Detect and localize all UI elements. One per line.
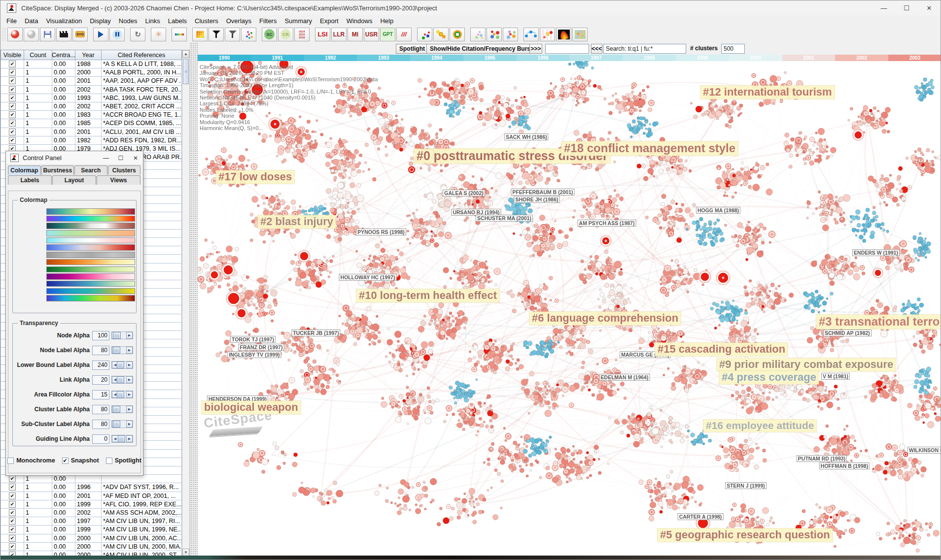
visible-checkbox[interactable]: ✔ [9, 501, 16, 508]
visible-checkbox[interactable]: ✔ [9, 95, 16, 101]
colormap-gradient-8[interactable] [46, 266, 135, 273]
slider-value-field[interactable]: 80 [92, 420, 109, 429]
slider-right-arrow-icon[interactable]: ▶ [126, 391, 133, 398]
slider-value-field[interactable]: 0 [92, 434, 109, 444]
flame-button[interactable] [556, 28, 571, 41]
table-row[interactable]: ✔10.001988*A S KELL A D LITT, 1988, ... [0, 60, 182, 68]
table-row[interactable]: ✔10.001985*ACEP DIS COMM, 1985, ... [0, 119, 182, 128]
colormap-gradient-0[interactable] [46, 208, 135, 215]
link-chain-button[interactable] [433, 28, 449, 41]
visible-checkbox[interactable]: ✔ [9, 86, 16, 93]
checkbox-box-icon[interactable]: ✔ [62, 458, 69, 464]
visible-checkbox[interactable]: ✔ [9, 509, 16, 516]
control-panel-titlebar[interactable]: Control Panel — ☐ ✕ [6, 151, 143, 165]
table-row[interactable]: ✔10.00 [0, 475, 182, 483]
slider-track[interactable]: ◀|||▶ [111, 376, 133, 384]
menu-item-help[interactable]: Help [376, 16, 397, 26]
column-header-centra[interactable]: Centra... [52, 50, 75, 60]
slider-thumb[interactable]: ||| [113, 406, 120, 413]
checkbox-monochrome[interactable]: Monochrome [7, 457, 55, 464]
slider-value-field[interactable]: 20 [92, 375, 109, 385]
llr-button[interactable]: LLR [331, 28, 347, 41]
table-row[interactable]: ✔10.002001*AF MED INT OP, 2001, ... [0, 492, 182, 500]
spotlight-button[interactable]: Spotlight [396, 44, 428, 54]
timezone-stripes-button[interactable] [540, 28, 555, 41]
visible-checkbox[interactable]: ✔ [9, 137, 16, 144]
geomap-button[interactable] [572, 28, 588, 41]
table-row[interactable]: ✔10.002000*AM CIV LIB UN, 2000, MIA... [0, 543, 182, 551]
minimize-button[interactable]: — [872, 0, 895, 15]
colormap-gradient-5[interactable] [46, 244, 135, 251]
table-row[interactable]: ✔10.002000*AALB PORTL, 2000, IN H... [0, 68, 182, 77]
menu-item-labels[interactable]: Labels [164, 16, 191, 26]
close-button[interactable]: ✕ [918, 0, 941, 15]
menu-item-export[interactable]: Export [316, 16, 343, 26]
node-gray-button[interactable] [24, 28, 39, 41]
colormap-gradient-9[interactable] [46, 273, 135, 280]
table-row[interactable]: ✔10.001982*ADD RES FDN, 1982, DR... [0, 136, 182, 145]
column-header-count[interactable]: Count [24, 50, 52, 60]
checkbox-box-icon[interactable] [106, 458, 112, 464]
table-row[interactable]: ✔10.001999*AM CIV LIB UN, 1999, NE... [0, 526, 182, 534]
colormap-gradient-6[interactable] [46, 252, 135, 258]
menu-item-filters[interactable]: Filters [255, 16, 280, 26]
scroll-down-icon[interactable]: ▼ [182, 549, 189, 556]
slider-thumb[interactable]: ||| [113, 347, 120, 354]
table-row[interactable]: ✔10.002001*ACLU, 2001, AM CIV LIB ... [0, 128, 182, 136]
menu-item-clusters[interactable]: Clusters [191, 16, 222, 26]
scatter-bright-button[interactable] [487, 28, 502, 41]
cr-button[interactable]: CR [278, 28, 293, 41]
burst-toggle-button[interactable]: Show/Hide Citation/Frequency Burst [426, 44, 536, 54]
menu-item-visualization[interactable]: Visualization [42, 16, 86, 26]
slider-thumb[interactable]: ||| [113, 332, 121, 339]
tab-burstness[interactable]: Burstness [41, 165, 74, 175]
table-row[interactable]: ✔10.001993*ABC, 1993, LAW GUNS M... [0, 94, 182, 102]
menu-item-file[interactable]: File [2, 16, 21, 26]
table-row[interactable]: ✔10.002002*AM ASS SCH ADM, 2002,... [0, 509, 182, 517]
clusters-count-field[interactable]: 500 [721, 44, 745, 54]
usr-button[interactable]: USR [364, 28, 379, 41]
visible-checkbox[interactable]: ✔ [9, 493, 16, 499]
column-header-citedreferences[interactable]: Cited References [102, 50, 182, 60]
visible-checkbox[interactable]: ✔ [9, 526, 16, 533]
cp-minimize-button[interactable]: — [99, 151, 113, 165]
table-row[interactable]: ✔10.002002*ABA TASK FORC TER, 20... [0, 86, 182, 94]
network-colors-button[interactable] [417, 28, 432, 41]
slider-track[interactable]: ◀|||▶ [111, 435, 133, 443]
toolbar-grip[interactable] [1, 28, 6, 41]
split-pane-divider[interactable] [190, 42, 198, 556]
table-row[interactable]: ✔10.002000*AM CIV LIB UN, 2000, AC... [0, 534, 182, 543]
slider-thumb[interactable]: ||| [117, 362, 124, 368]
colormap-gradient-1[interactable] [46, 216, 135, 222]
svg-export-button[interactable]: SVG [72, 28, 88, 41]
cp-close-button[interactable]: ✕ [128, 151, 143, 165]
visible-checkbox[interactable]: ✔ [9, 120, 16, 127]
slider-thumb[interactable]: ||| [117, 391, 124, 398]
column-header-visible[interactable]: Visible [0, 50, 24, 60]
filter-light-button[interactable] [225, 28, 240, 41]
slider-track[interactable]: ◀|||▶ [111, 361, 133, 369]
slider-thumb[interactable]: ||| [117, 376, 124, 383]
menu-item-data[interactable]: Data [21, 16, 42, 26]
visible-checkbox[interactable]: ✔ [9, 518, 16, 525]
visible-checkbox[interactable]: ✔ [9, 61, 16, 67]
visible-checkbox[interactable]: ✔ [9, 484, 16, 491]
visible-checkbox[interactable]: ✔ [9, 475, 16, 482]
slider-track[interactable]: ◀|||▶ [111, 420, 133, 428]
jump-field[interactable] [545, 44, 589, 54]
back-button[interactable]: <<< [591, 44, 602, 54]
visible-checkbox[interactable]: ✔ [9, 129, 16, 135]
colormap-gradient-2[interactable] [46, 223, 135, 229]
play-button[interactable] [93, 28, 108, 41]
filter-dark-button[interactable] [209, 28, 224, 41]
colormap-gradient-10[interactable] [46, 281, 135, 287]
slider-value-field[interactable]: 15 [92, 390, 109, 399]
menu-item-windows[interactable]: Windows [343, 16, 377, 26]
slider-right-arrow-icon[interactable]: ▶ [126, 421, 133, 428]
tab-layout[interactable]: Layout [52, 175, 96, 185]
tab-views[interactable]: Views [97, 175, 140, 185]
colormap-gradient-4[interactable] [46, 237, 135, 244]
burst-star-button[interactable]: ✳ [151, 28, 166, 41]
slider-right-arrow-icon[interactable]: ▶ [126, 362, 133, 368]
slider-thumb[interactable]: ||| [118, 435, 125, 442]
